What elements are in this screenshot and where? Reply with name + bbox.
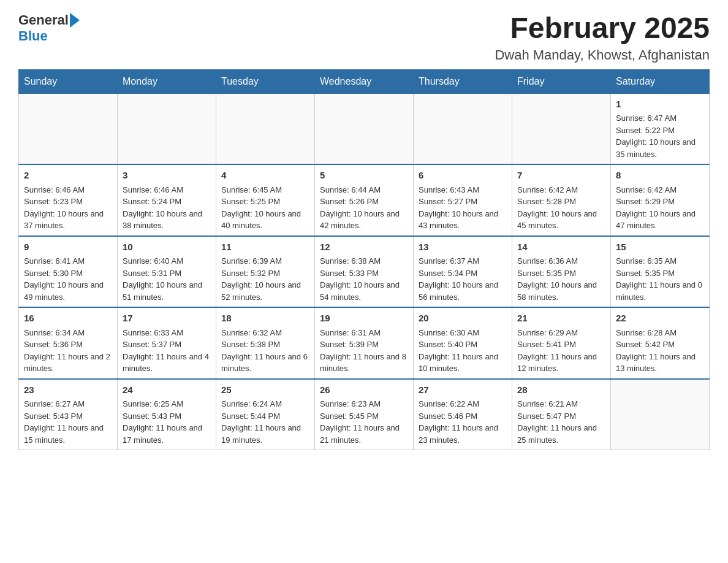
day-number: 27 bbox=[419, 383, 507, 397]
calendar-day-cell: 23Sunrise: 6:27 AMSunset: 5:43 PMDayligh… bbox=[19, 379, 118, 450]
day-number: 21 bbox=[517, 312, 605, 326]
day-number: 6 bbox=[419, 169, 507, 183]
day-number: 9 bbox=[24, 240, 112, 255]
day-info: Daylight: 11 hours and 4 minutes. bbox=[123, 351, 211, 375]
day-info: Sunset: 5:40 PM bbox=[419, 339, 507, 351]
day-info: Sunrise: 6:44 AM bbox=[320, 184, 408, 196]
day-info: Sunset: 5:35 PM bbox=[616, 267, 704, 280]
day-info: Daylight: 11 hours and 0 minutes. bbox=[616, 279, 704, 303]
day-info: Sunset: 5:38 PM bbox=[221, 339, 309, 351]
day-info: Daylight: 11 hours and 8 minutes. bbox=[320, 351, 408, 375]
day-number: 20 bbox=[419, 312, 507, 326]
day-of-week-header: Saturday bbox=[611, 69, 710, 93]
day-info: Daylight: 10 hours and 40 minutes. bbox=[221, 208, 309, 232]
day-info: Daylight: 10 hours and 52 minutes. bbox=[221, 279, 309, 303]
day-info: Sunrise: 6:29 AM bbox=[517, 327, 605, 339]
day-number: 7 bbox=[517, 169, 605, 183]
day-info: Daylight: 10 hours and 56 minutes. bbox=[419, 279, 507, 303]
day-info: Sunset: 5:35 PM bbox=[517, 267, 605, 280]
day-info: Sunrise: 6:24 AM bbox=[221, 398, 309, 410]
day-number: 28 bbox=[517, 383, 605, 397]
day-info: Sunrise: 6:46 AM bbox=[123, 184, 211, 196]
calendar-day-cell: 25Sunrise: 6:24 AMSunset: 5:44 PMDayligh… bbox=[216, 379, 315, 450]
day-info: Daylight: 11 hours and 15 minutes. bbox=[24, 422, 112, 446]
day-info: Daylight: 10 hours and 51 minutes. bbox=[123, 279, 211, 303]
day-number: 25 bbox=[221, 383, 309, 397]
calendar-day-cell: 24Sunrise: 6:25 AMSunset: 5:43 PMDayligh… bbox=[118, 379, 216, 450]
day-info: Daylight: 10 hours and 45 minutes. bbox=[517, 208, 605, 232]
day-info: Sunset: 5:31 PM bbox=[123, 267, 211, 280]
day-of-week-header: Wednesday bbox=[315, 69, 414, 93]
day-info: Daylight: 10 hours and 47 minutes. bbox=[616, 208, 704, 232]
calendar-day-cell bbox=[118, 93, 216, 164]
calendar-day-cell bbox=[315, 93, 414, 164]
title-section: February 2025 Dwah Manday, Khowst, Afgha… bbox=[495, 12, 710, 63]
day-info: Sunset: 5:47 PM bbox=[517, 410, 605, 423]
day-info: Daylight: 11 hours and 12 minutes. bbox=[517, 351, 605, 375]
day-info: Sunrise: 6:47 AM bbox=[616, 112, 704, 124]
calendar-day-cell: 12Sunrise: 6:38 AMSunset: 5:33 PMDayligh… bbox=[315, 236, 414, 308]
day-info: Sunrise: 6:45 AM bbox=[221, 184, 309, 196]
day-info: Daylight: 11 hours and 17 minutes. bbox=[123, 422, 211, 446]
day-info: Sunrise: 6:37 AM bbox=[419, 255, 507, 267]
calendar-week-row: 2Sunrise: 6:46 AMSunset: 5:23 PMDaylight… bbox=[19, 164, 710, 236]
day-number: 3 bbox=[123, 169, 211, 183]
day-info: Sunrise: 6:25 AM bbox=[123, 398, 211, 410]
calendar-day-cell: 8Sunrise: 6:42 AMSunset: 5:29 PMDaylight… bbox=[611, 164, 710, 236]
day-info: Sunset: 5:30 PM bbox=[24, 267, 112, 280]
day-info: Sunset: 5:27 PM bbox=[419, 196, 507, 208]
calendar-day-cell: 28Sunrise: 6:21 AMSunset: 5:47 PMDayligh… bbox=[512, 379, 611, 450]
day-info: Daylight: 11 hours and 2 minutes. bbox=[24, 351, 112, 375]
calendar-day-cell: 6Sunrise: 6:43 AMSunset: 5:27 PMDaylight… bbox=[414, 164, 512, 236]
day-info: Sunset: 5:34 PM bbox=[419, 267, 507, 280]
day-info: Sunrise: 6:27 AM bbox=[24, 398, 112, 410]
calendar-day-cell bbox=[414, 93, 512, 164]
day-info: Sunset: 5:26 PM bbox=[320, 196, 408, 208]
day-number: 4 bbox=[221, 169, 309, 183]
day-number: 12 bbox=[320, 240, 408, 255]
day-info: Sunrise: 6:46 AM bbox=[24, 184, 112, 196]
day-info: Sunset: 5:29 PM bbox=[616, 196, 704, 208]
day-info: Sunrise: 6:35 AM bbox=[616, 255, 704, 267]
calendar-title: February 2025 bbox=[495, 12, 710, 45]
day-number: 14 bbox=[517, 240, 605, 255]
day-info: Sunset: 5:28 PM bbox=[517, 196, 605, 208]
calendar-day-cell: 16Sunrise: 6:34 AMSunset: 5:36 PMDayligh… bbox=[19, 307, 118, 379]
calendar-subtitle: Dwah Manday, Khowst, Afghanistan bbox=[495, 47, 710, 63]
day-info: Sunset: 5:37 PM bbox=[123, 339, 211, 351]
day-info: Sunset: 5:46 PM bbox=[419, 410, 507, 423]
day-number: 11 bbox=[221, 240, 309, 255]
day-info: Sunrise: 6:38 AM bbox=[320, 255, 408, 267]
day-number: 15 bbox=[616, 240, 704, 255]
day-info: Sunrise: 6:41 AM bbox=[24, 255, 112, 267]
day-info: Daylight: 11 hours and 10 minutes. bbox=[419, 351, 507, 375]
calendar-day-cell bbox=[611, 379, 710, 450]
day-info: Sunset: 5:43 PM bbox=[123, 410, 211, 423]
day-info: Sunrise: 6:42 AM bbox=[616, 184, 704, 196]
day-info: Sunrise: 6:40 AM bbox=[123, 255, 211, 267]
calendar-day-cell: 18Sunrise: 6:32 AMSunset: 5:38 PMDayligh… bbox=[216, 307, 315, 379]
calendar-day-cell: 5Sunrise: 6:44 AMSunset: 5:26 PMDaylight… bbox=[315, 164, 414, 236]
calendar-day-cell bbox=[19, 93, 118, 164]
day-number: 13 bbox=[419, 240, 507, 255]
calendar-day-cell: 13Sunrise: 6:37 AMSunset: 5:34 PMDayligh… bbox=[414, 236, 512, 308]
day-info: Sunset: 5:45 PM bbox=[320, 410, 408, 423]
calendar-day-cell: 1Sunrise: 6:47 AMSunset: 5:22 PMDaylight… bbox=[611, 93, 710, 164]
day-number: 2 bbox=[24, 169, 112, 183]
day-of-week-header: Monday bbox=[118, 69, 216, 93]
day-info: Daylight: 10 hours and 38 minutes. bbox=[123, 208, 211, 232]
day-of-week-header: Thursday bbox=[414, 69, 512, 93]
day-info: Sunset: 5:41 PM bbox=[517, 339, 605, 351]
day-info: Sunrise: 6:42 AM bbox=[517, 184, 605, 196]
logo-blue: Blue bbox=[18, 28, 48, 44]
page-header: General Blue February 2025 Dwah Manday, … bbox=[18, 12, 710, 63]
day-info: Sunset: 5:33 PM bbox=[320, 267, 408, 280]
day-info: Sunrise: 6:33 AM bbox=[123, 327, 211, 339]
day-info: Daylight: 11 hours and 19 minutes. bbox=[221, 422, 309, 446]
calendar-day-cell: 4Sunrise: 6:45 AMSunset: 5:25 PMDaylight… bbox=[216, 164, 315, 236]
day-number: 23 bbox=[24, 383, 112, 397]
day-number: 19 bbox=[320, 312, 408, 326]
day-info: Sunset: 5:44 PM bbox=[221, 410, 309, 423]
day-of-week-header: Friday bbox=[512, 69, 611, 93]
day-info: Daylight: 10 hours and 49 minutes. bbox=[24, 279, 112, 303]
